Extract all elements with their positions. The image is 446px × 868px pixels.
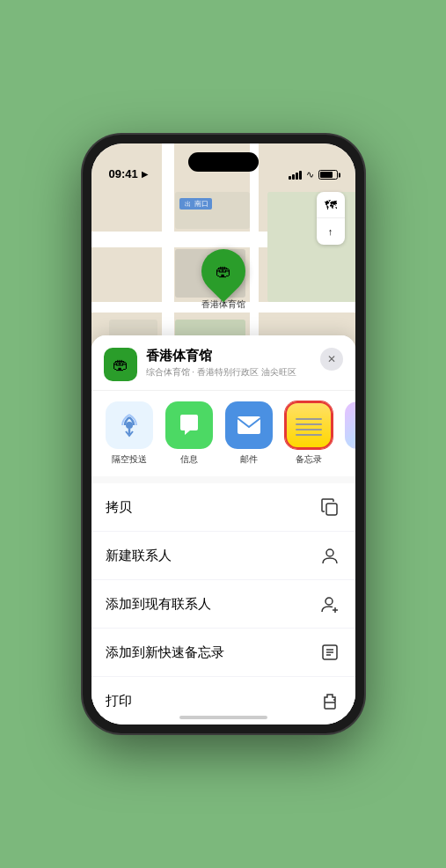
copy-icon [318,496,341,519]
map-type-icon: 🗺 [325,198,337,212]
more-icon [345,401,355,449]
action-add-notes-label: 添加到新快速备忘录 [106,644,224,661]
map-type-button[interactable]: 🗺 [317,192,345,218]
location-pin: 🏟 香港体育馆 [201,249,245,311]
venue-info: 香港体育馆 综合体育馆 · 香港特别行政区 油尖旺区 [146,348,311,379]
add-contact-icon [318,592,341,615]
action-add-contact-label: 添加到现有联系人 [106,596,211,613]
action-item-new-contact[interactable]: 新建联系人 [91,532,355,580]
map-controls: 🗺 ↑ [317,192,345,245]
action-list: 拷贝 新建联系人 [91,483,355,725]
share-item-messages[interactable]: 信息 [164,401,215,466]
share-item-notes[interactable]: 备忘录 [283,401,334,466]
location-arrow-icon: ▶ [142,170,148,179]
venue-icon: 🏟 [104,348,137,381]
action-item-copy[interactable]: 拷贝 [91,483,355,532]
status-time: 09:41 ▶ [109,167,148,180]
venue-name: 香港体育馆 [146,348,311,364]
share-row: 隔空投送 信息 [91,390,355,476]
mail-label: 邮件 [240,453,258,466]
messages-icon [165,401,213,449]
sheet-header: 🏟 香港体育馆 综合体育馆 · 香港特别行政区 油尖旺区 ✕ [91,335,355,390]
notes-label: 备忘录 [296,453,322,466]
time-display: 09:41 [109,167,138,180]
dynamic-island [188,152,259,172]
action-new-contact-label: 新建联系人 [106,548,172,564]
svg-rect-3 [238,416,260,434]
mail-icon [225,401,273,449]
svg-point-17 [333,699,335,701]
status-icons: ∿ [289,169,338,180]
compass-icon: ↑ [328,226,333,237]
add-notes-icon [318,641,341,664]
exit-icon: 出 [183,200,193,209]
location-button[interactable]: ↑ [317,218,345,245]
venue-description: 综合体育馆 · 香港特别行政区 油尖旺区 [146,366,311,379]
stadium-icon: 🏟 [216,262,231,281]
pin-circle: 🏟 [192,240,254,303]
share-item-more[interactable]: 推 [343,401,355,466]
airdrop-label: 隔空投送 [112,453,147,466]
home-indicator [179,716,267,719]
action-item-add-contact[interactable]: 添加到现有联系人 [91,580,355,629]
close-button[interactable]: ✕ [320,348,343,371]
wifi-icon: ∿ [306,169,314,180]
svg-rect-15 [325,702,335,709]
map-label-nankou: 出 南口 [179,198,212,210]
action-item-add-notes[interactable]: 添加到新快速备忘录 [91,629,355,677]
svg-rect-5 [326,504,337,515]
svg-point-0 [126,422,133,429]
notes-icon [285,401,333,449]
new-contact-icon [318,544,341,567]
close-icon: ✕ [327,353,336,365]
phone-frame: 09:41 ▶ ∿ [83,135,364,733]
action-print-label: 打印 [106,693,132,710]
svg-point-7 [325,598,333,605]
action-copy-label: 拷贝 [106,499,132,516]
print-icon [318,689,341,712]
svg-point-6 [326,549,333,556]
share-item-mail[interactable]: 邮件 [223,401,274,466]
airdrop-icon [106,401,153,449]
battery-icon [318,170,338,180]
phone-screen: 09:41 ▶ ∿ [91,143,355,725]
signal-bars-icon [289,171,302,180]
messages-label: 信息 [180,453,198,466]
share-item-airdrop[interactable]: 隔空投送 [104,401,155,466]
bottom-sheet: 🏟 香港体育馆 综合体育馆 · 香港特别行政区 油尖旺区 ✕ [91,335,355,725]
